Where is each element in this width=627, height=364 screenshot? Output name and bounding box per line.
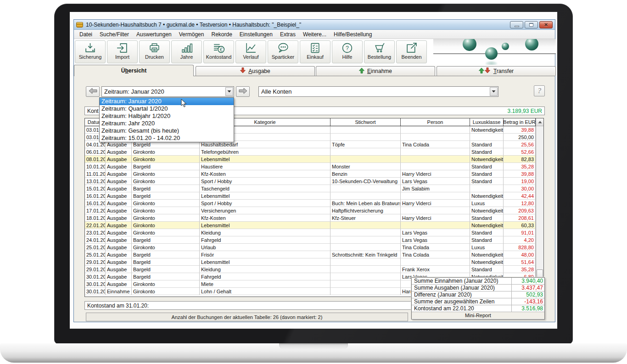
bestellung-button[interactable]: Bestellung [364, 40, 395, 63]
table-row[interactable]: 23.01.20AusgabeGirokontoKleidungLars Veg… [85, 229, 543, 236]
table-row[interactable]: 11.01.20AusgabeGirokontoKfz-KostenBenzin… [85, 170, 543, 178]
sphere-icon [485, 47, 498, 60]
period-option[interactable]: Zeitraum: Halbjahr 1/2020 [100, 112, 234, 120]
close-button[interactable]: × [539, 21, 553, 28]
help-button[interactable]: ? [534, 85, 545, 96]
table-row[interactable]: 24.01.20AusgabeBargeldFahrgeldLars Vegas… [85, 236, 543, 244]
mini-report-label: Summe Einnahmen (Januar 2020) [412, 278, 511, 284]
speech-bubble-icon [277, 42, 289, 54]
cell-luxury: Luxus [470, 200, 504, 207]
column-header-person[interactable]: Person [401, 118, 470, 126]
mini-report-title: Mini-Report [412, 312, 544, 319]
menu-item-suche-filter[interactable]: Suche/Filter [96, 30, 133, 39]
menu-item-extras[interactable]: Extras [276, 30, 299, 39]
logo-spheres-band [433, 39, 556, 67]
tab-einnahme[interactable]: Einnahme [316, 66, 435, 76]
table-row[interactable]: 18.01.20AusgabeGirokontoKfz-KostenKfz-St… [85, 214, 543, 222]
menu-item-weitere[interactable]: Weitere... [299, 30, 330, 39]
cell-type: Ausgabe [106, 244, 132, 251]
period-dropdown-list: Zeitraum: Januar 2020Zeitraum: Quartal 1… [99, 97, 234, 142]
next-period-button[interactable] [236, 86, 250, 97]
title-bar[interactable]: 10-Sekunden-Haushaltsbuch 7 • guckmal.de… [74, 20, 555, 30]
period-option[interactable]: Zeitraum: Quartal 1/2020 [100, 105, 234, 112]
sparticker-button[interactable]: Sparticker [268, 40, 298, 63]
cell-keyword [330, 258, 401, 266]
cell-category: Kfz-Kosten [200, 170, 330, 178]
sicherung-button[interactable]: Sicherung [75, 40, 106, 63]
column-header-stichwort[interactable]: Stichwort [330, 118, 401, 126]
toolbar-button-label: Import [115, 54, 129, 60]
table-row[interactable]: 13.01.20AusgabeGirokontoSport / Hobby10-… [85, 178, 543, 185]
maximize-button[interactable] [525, 21, 538, 28]
table-row[interactable]: 15.01.20AusgabeBargeldTaschengeldJim Sal… [85, 185, 543, 192]
chevron-down-icon[interactable] [490, 87, 498, 96]
cell-date: 13.01.20 [85, 178, 106, 185]
table-row[interactable]: 29.01.20AusgabeBargeldLebensmittelNotwen… [85, 258, 543, 266]
period-option[interactable]: Zeitraum: Januar 2020 [100, 98, 234, 105]
beenden-button[interactable]: Beenden [396, 40, 427, 63]
cell-date: 29.01.20 [85, 258, 106, 266]
cell-category: Kleidung [200, 229, 330, 236]
table-row[interactable]: 16.01.20AusgabeBargeldLebensmittelNotwen… [85, 192, 543, 200]
table-row[interactable]: 10.01.20AusgabeBargeldHaustiereMonsterSt… [85, 163, 543, 170]
toolbar-button-label: Kontostand [206, 54, 232, 60]
tab-transfer[interactable]: Transfer [437, 66, 556, 76]
table-row[interactable]: 08.01.20AusgabeGirokontoLebensmittelNotw… [85, 156, 543, 163]
app-icon [76, 22, 83, 28]
cell-account: Girokonto [132, 148, 200, 156]
menu-item-einstellungen[interactable]: Einstellungen [236, 30, 276, 39]
table-row[interactable]: 25.01.20AusgabeBargeldFrisörSchrottschni… [85, 251, 543, 258]
cell-date: 06.01.20 [85, 148, 106, 156]
cell-person [401, 156, 470, 163]
menu-item-rekorde[interactable]: Rekorde [207, 30, 235, 39]
chevron-down-icon[interactable] [225, 87, 233, 96]
period-select[interactable]: Zeitraum: Januar 2020 [101, 86, 234, 97]
drucken-button[interactable]: Drucken [139, 40, 170, 63]
menu-item-auswertungen[interactable]: Auswertungen [133, 30, 175, 39]
opening-balance-value: 3.189,93 EUR [508, 108, 542, 114]
cell-date: 10.01.20 [85, 163, 106, 170]
hilfe-button[interactable]: ?Hilfe [332, 40, 363, 63]
cell-account: Bargeld [132, 192, 200, 200]
table-row[interactable]: 29.01.20AusgabeBargeldKleidungFrank Xero… [85, 266, 543, 273]
jahre-button[interactable]: Jahre [171, 40, 202, 63]
mini-report-row: Summe der ausgewählten Zeilen-143,16 [412, 298, 544, 305]
cell-date: 16.01.20 [85, 200, 106, 207]
column-header-betrag[interactable]: Betrag in EUR [504, 118, 536, 126]
table-row[interactable]: 06.01.20AusgabeGirokontoTelefongebührenS… [85, 148, 543, 156]
toolbar-button-label: Sparticker [272, 54, 295, 60]
cell-type: Ausgabe [106, 251, 132, 258]
sphere-icon [502, 43, 509, 50]
tab-übersicht[interactable]: Übersicht [74, 65, 194, 76]
table-row[interactable]: 16.01.20AusgabeGirokontoSport / HobbyBuc… [85, 200, 543, 207]
account-select[interactable]: Alle Konten [258, 86, 498, 97]
tab-ausgabe[interactable]: Ausgabe [196, 66, 315, 76]
cell-category: Lohn / Gehalt [200, 288, 330, 295]
period-option[interactable]: Zeitraum: Gesamt (bis heute) [100, 127, 234, 134]
laptop-base [0, 343, 627, 363]
menu-item-hilfe-bestellung[interactable]: Hilfe/Bestellung [330, 30, 375, 39]
table-row[interactable]: 25.01.20AusgabeGirokontoUrlaubTina Colad… [85, 244, 543, 251]
menu-item-datei[interactable]: Datei [76, 30, 96, 39]
verlauf-button[interactable]: Verlauf [235, 40, 266, 63]
cell-type: Ausgabe [106, 258, 132, 266]
tab-label: Einnahme [367, 68, 392, 74]
cell-account: Bargeld [132, 236, 200, 244]
table-row[interactable]: 17.01.20AusgabeGirokontoVersicherungenHa… [85, 207, 543, 214]
period-option[interactable]: Zeitraum: Jahr 2020 [100, 120, 234, 127]
table-row[interactable]: 22.01.20AusgabeGirokontoLebensmittelNotw… [85, 222, 543, 229]
cell-luxury: Standard [470, 141, 504, 148]
cell-date: 25.01.20 [85, 244, 106, 251]
column-header-luxusklasse[interactable]: Luxusklasse [470, 118, 504, 126]
scroll-up-icon[interactable] [536, 118, 543, 126]
minimize-icon [515, 26, 519, 27]
import-button[interactable]: Import [107, 40, 138, 63]
vertical-scrollbar[interactable] [536, 118, 543, 297]
menu-item-vermögen[interactable]: Vermögen [175, 30, 208, 39]
minimize-button[interactable] [510, 21, 523, 28]
kontostand-button[interactable]: €Kontostand [203, 40, 234, 63]
toolbar-button-label: Hilfe [342, 54, 352, 60]
period-option[interactable]: Zeitraum: 15.01.20 - 14.02.20 [100, 134, 234, 142]
einkauf-button[interactable]: Einkauf [300, 40, 330, 63]
previous-period-button[interactable] [86, 86, 100, 97]
